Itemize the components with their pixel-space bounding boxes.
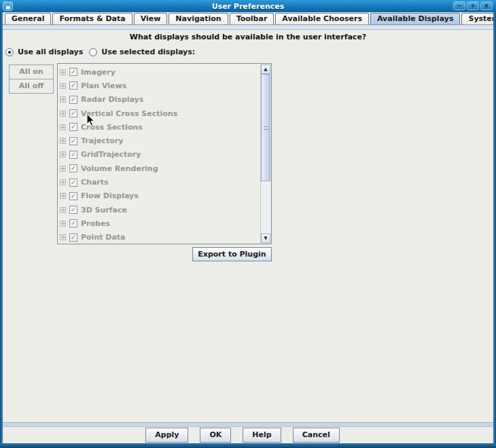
- radio-button-icon[interactable]: [5, 48, 14, 56]
- tab-toolbar[interactable]: Toolbar: [230, 13, 274, 24]
- maximize-icon[interactable]: +: [467, 1, 479, 10]
- page-title: What displays should be available in the…: [0, 33, 496, 41]
- radio-label: Use selected displays:: [101, 48, 195, 56]
- tab-system[interactable]: System: [461, 13, 496, 24]
- display-label: Trajectory: [81, 136, 123, 145]
- radio-label: Use all displays: [18, 48, 83, 56]
- checkbox-icon[interactable]: ✓: [69, 137, 77, 145]
- export-to-plugin-button[interactable]: Export to Plugin: [192, 247, 272, 261]
- display-row-probes: + ✓ Probes: [58, 217, 260, 230]
- tab-available-choosers[interactable]: Available Choosers: [275, 13, 369, 24]
- displays-list-rows: + ✓ Imagery + ✓ Plan Views + ✓ Radar Dis…: [58, 65, 260, 243]
- tab-available-displays[interactable]: Available Displays: [370, 13, 461, 24]
- scroll-up-icon[interactable]: ▲: [261, 64, 270, 74]
- checkbox-icon[interactable]: ✓: [69, 109, 77, 117]
- help-button[interactable]: Help: [243, 428, 281, 443]
- display-row-flow-displays: + ✓ Flow Displays: [58, 189, 260, 203]
- display-label: GridTrajectory: [81, 150, 141, 159]
- radio-button-icon[interactable]: [89, 48, 97, 56]
- expand-icon[interactable]: +: [60, 166, 66, 172]
- checkbox-icon[interactable]: ✓: [69, 179, 77, 187]
- scrollbar-thumb[interactable]: [261, 74, 270, 181]
- window-border-right: [493, 12, 496, 448]
- display-label: 3D Surface: [81, 206, 127, 214]
- tab-view[interactable]: View: [134, 13, 168, 24]
- expand-icon[interactable]: +: [60, 207, 66, 213]
- display-label: Volume Rendering: [81, 164, 158, 173]
- scrollbar-track[interactable]: [261, 74, 270, 234]
- display-row-imagery: + ✓ Imagery: [58, 65, 260, 79]
- expand-icon[interactable]: +: [60, 221, 66, 227]
- display-label: Flow Displays: [81, 191, 139, 200]
- checkbox-icon[interactable]: ✓: [69, 219, 77, 227]
- display-row-charts: + ✓ Charts: [58, 175, 260, 189]
- ok-button[interactable]: OK: [200, 428, 231, 443]
- expand-icon[interactable]: +: [60, 124, 66, 130]
- expand-icon[interactable]: +: [60, 83, 66, 89]
- tab-formats-and-data[interactable]: Formats & Data: [52, 13, 132, 24]
- checkbox-icon[interactable]: ✓: [69, 151, 77, 159]
- window-border-bottom: [0, 443, 496, 448]
- apply-button[interactable]: Apply: [145, 428, 188, 443]
- checkbox-icon[interactable]: ✓: [69, 234, 77, 242]
- display-label: Vertical Cross Sections: [81, 109, 177, 118]
- expand-icon[interactable]: +: [60, 179, 66, 185]
- display-row-plan-views: + ✓ Plan Views: [58, 79, 260, 92]
- checkbox-icon[interactable]: ✓: [69, 192, 77, 200]
- display-row-vertical-cross-sections: + ✓ Vertical Cross Sections: [58, 107, 260, 120]
- checkbox-icon[interactable]: ✓: [69, 123, 77, 131]
- tab-general[interactable]: General: [5, 13, 51, 24]
- checkbox-icon[interactable]: ✓: [69, 68, 77, 76]
- display-label: Charts: [81, 178, 109, 187]
- window-title: User Preferences: [0, 2, 496, 11]
- expand-icon[interactable]: +: [60, 111, 66, 117]
- radio-use-all-displays[interactable]: Use all displays: [5, 48, 83, 56]
- display-row-trajectory: + ✓ Trajectory: [58, 134, 260, 147]
- display-row-cross-sections: + ✓ Cross Sections: [58, 120, 260, 134]
- radio-use-selected-displays[interactable]: Use selected displays:: [89, 48, 195, 56]
- all-off-button[interactable]: All off: [9, 79, 54, 94]
- window-controls: − + x: [453, 1, 493, 10]
- expand-icon[interactable]: +: [60, 69, 66, 75]
- minimize-icon[interactable]: −: [453, 1, 465, 10]
- expand-icon[interactable]: +: [60, 151, 66, 157]
- expand-icon[interactable]: +: [60, 193, 66, 199]
- scrollbar-grip: [264, 126, 268, 130]
- titlebar[interactable]: User Preferences − + x: [0, 0, 496, 12]
- vertical-scrollbar[interactable]: ▲ ▼: [260, 64, 270, 243]
- display-label: Point Data: [81, 233, 126, 242]
- tab-navigation[interactable]: Navigation: [169, 13, 228, 24]
- dialog-buttons: Apply OK Help Cancel: [0, 428, 485, 443]
- display-row-point-data: + ✓ Point Data: [58, 231, 260, 243]
- display-row-radar-displays: + ✓ Radar Displays: [58, 93, 260, 107]
- checkbox-icon[interactable]: ✓: [69, 96, 77, 104]
- footer-separator: [0, 422, 496, 427]
- display-label: Imagery: [81, 68, 116, 77]
- display-label: Cross Sections: [81, 123, 143, 132]
- expand-icon[interactable]: +: [60, 234, 66, 240]
- checkbox-icon[interactable]: ✓: [69, 164, 77, 172]
- display-mode-radios: Use all displays Use selected displays:: [5, 48, 195, 56]
- tab-bar: General Formats & Data View Navigation T…: [0, 12, 496, 24]
- close-icon[interactable]: x: [480, 1, 493, 10]
- checkbox-icon[interactable]: ✓: [69, 206, 77, 214]
- java-app-icon: [3, 1, 13, 11]
- checkbox-icon[interactable]: ✓: [69, 81, 77, 90]
- display-label: Radar Displays: [81, 95, 143, 104]
- display-label: Probes: [81, 219, 110, 228]
- display-row-3d-surface: + ✓ 3D Surface: [58, 203, 260, 217]
- tab-content-border: [0, 24, 496, 30]
- expand-icon[interactable]: +: [60, 96, 66, 102]
- display-row-volume-rendering: + ✓ Volume Rendering: [58, 162, 260, 175]
- window-border-left: [0, 12, 3, 448]
- cancel-button[interactable]: Cancel: [293, 428, 340, 443]
- all-on-button[interactable]: All on: [9, 64, 54, 79]
- display-label: Plan Views: [81, 81, 126, 90]
- display-row-gridtrajectory: + ✓ GridTrajectory: [58, 148, 260, 162]
- bulk-toggle-buttons: All on All off: [9, 64, 54, 94]
- scroll-down-icon[interactable]: ▼: [261, 234, 270, 243]
- displays-list: + ✓ Imagery + ✓ Plan Views + ✓ Radar Dis…: [57, 63, 272, 244]
- expand-icon[interactable]: +: [60, 138, 66, 144]
- user-preferences-dialog: User Preferences − + x General Formats &…: [0, 0, 496, 448]
